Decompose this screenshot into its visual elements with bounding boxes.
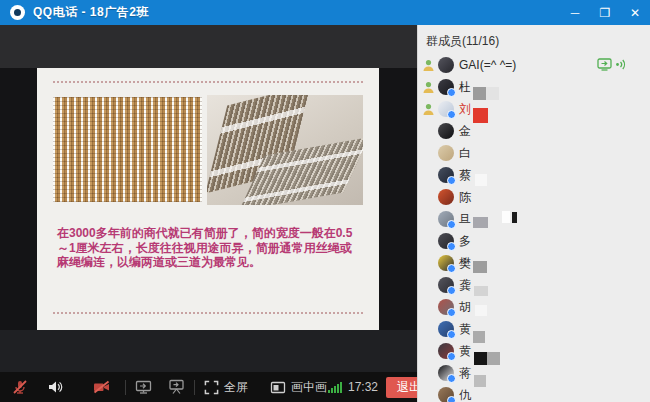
censored-name-block (474, 286, 488, 296)
avatar-badge-icon (447, 330, 456, 339)
member-row[interactable]: 胡 (418, 296, 650, 318)
member-name: 蒋 (459, 365, 471, 382)
avatar (438, 167, 454, 183)
censored-name-block (474, 240, 484, 250)
call-toolbar: 全屏 画中画 17:32 退出 (0, 372, 417, 402)
member-row[interactable]: 蒋 (418, 362, 650, 384)
avatar (438, 101, 454, 117)
member-row[interactable]: 白 (418, 142, 650, 164)
share-screen-button[interactable] (135, 379, 152, 395)
member-name: 白 (459, 145, 471, 162)
avatar (438, 233, 454, 249)
avatar-badge-icon (447, 374, 456, 383)
member-row[interactable]: 龚 (418, 274, 650, 296)
avatar (438, 57, 454, 73)
avatar-badge-icon (447, 110, 456, 119)
avatar (438, 365, 454, 381)
member-name: 仇 (459, 387, 471, 402)
share-screen-icon (135, 379, 152, 395)
censored-name-block (502, 211, 510, 223)
member-name: 胡 (459, 299, 471, 316)
avatar (438, 211, 454, 227)
members-header: 群成员(11/16) (418, 25, 650, 54)
avatar (438, 79, 454, 95)
member-row[interactable]: 黄 (418, 318, 650, 340)
signal-strength-icon (327, 381, 342, 393)
fullscreen-icon (204, 380, 219, 395)
fullscreen-label: 全屏 (224, 379, 248, 396)
avatar-badge-icon (447, 176, 456, 185)
bamboo-slips-photo (53, 97, 202, 202)
avatar (438, 387, 454, 402)
window-title: QQ电话 - 18广告2班 (33, 4, 149, 21)
member-row[interactable]: 蔡 (418, 164, 650, 186)
avatar-badge-icon (447, 308, 456, 317)
presentation-slide: 在3000多年前的商代就已有简册了，简的宽度一般在0.5～1厘米左右，长度往往视… (37, 68, 379, 330)
member-row[interactable]: GAI(=^ ^=) (418, 54, 650, 76)
censored-name-block (475, 174, 487, 186)
member-name: 杜 (459, 79, 471, 96)
toolbar-divider (194, 380, 195, 395)
avatar (438, 123, 454, 139)
pip-button[interactable]: 画中画 (270, 379, 327, 396)
maximize-button[interactable]: ❐ (590, 0, 620, 25)
video-letterbox-bottom (0, 330, 417, 372)
avatar (438, 299, 454, 315)
speaker-button[interactable] (47, 379, 63, 395)
speaking-audio-icon (615, 58, 628, 71)
member-name: 金 (459, 123, 471, 140)
member-row[interactable]: 刘 (418, 98, 650, 120)
window-controls: ─ ❐ ✕ (560, 0, 650, 25)
member-name: 陈 (459, 189, 471, 206)
camera-off-button[interactable] (93, 379, 110, 395)
member-row[interactable]: 樊 (418, 252, 650, 274)
divider-dotted-bottom (53, 312, 363, 314)
avatar (438, 255, 454, 271)
in-call-member-icon (422, 103, 435, 116)
avatar-badge-icon (447, 242, 456, 251)
mic-muted-button[interactable] (12, 379, 28, 395)
webcam-icon (10, 5, 25, 20)
mic-muted-icon (12, 379, 28, 395)
pip-icon (270, 380, 286, 395)
member-row[interactable]: 旦 (418, 208, 650, 230)
avatar-badge-icon (447, 352, 456, 361)
bound-bamboo-books-photo (207, 95, 363, 205)
member-name: 樊 (459, 255, 471, 272)
censored-name-block (512, 212, 517, 223)
divider-dotted-top (53, 81, 363, 83)
member-row[interactable]: 杜 (418, 76, 650, 98)
presentation-board-button[interactable] (168, 379, 185, 395)
censored-name-block (473, 217, 488, 228)
presentation-board-icon (168, 379, 185, 395)
avatar (438, 321, 454, 337)
member-row[interactable]: 黄 (418, 340, 650, 362)
avatar (438, 343, 454, 359)
qq-call-window: QQ电话 - 18广告2班 ─ ❐ ✕ 在3000多年前的商代就已有简册了，简的… (0, 0, 650, 402)
member-name: 多 (459, 233, 471, 250)
avatar (438, 189, 454, 205)
avatar (438, 277, 454, 293)
fullscreen-button[interactable]: 全屏 (204, 379, 248, 396)
member-name: 龚 (459, 277, 471, 294)
censored-name-block (475, 305, 487, 316)
member-row[interactable]: 多 (418, 230, 650, 252)
minimize-button[interactable]: ─ (560, 0, 590, 25)
member-name: 黄 (459, 343, 471, 360)
pip-label: 画中画 (291, 379, 327, 396)
avatar (438, 145, 454, 161)
close-button[interactable]: ✕ (620, 0, 650, 25)
member-row[interactable]: 仇 (418, 384, 650, 402)
member-name: GAI(=^ ^=) (459, 58, 516, 72)
toolbar-divider (125, 380, 126, 395)
member-name: 黄 (459, 321, 471, 338)
avatar-badge-icon (447, 220, 456, 229)
censored-name-block (473, 261, 487, 273)
slide-body-text: 在3000多年前的商代就已有简册了，简的宽度一般在0.5～1厘米左右，长度往往视… (57, 226, 363, 270)
member-row[interactable]: 金 (418, 120, 650, 142)
camera-off-icon (93, 379, 110, 395)
in-call-member-icon (422, 81, 435, 94)
member-row[interactable]: 陈 (418, 186, 650, 208)
avatar-badge-icon (447, 88, 456, 97)
title-bar: QQ电话 - 18广告2班 ─ ❐ ✕ (0, 0, 650, 25)
